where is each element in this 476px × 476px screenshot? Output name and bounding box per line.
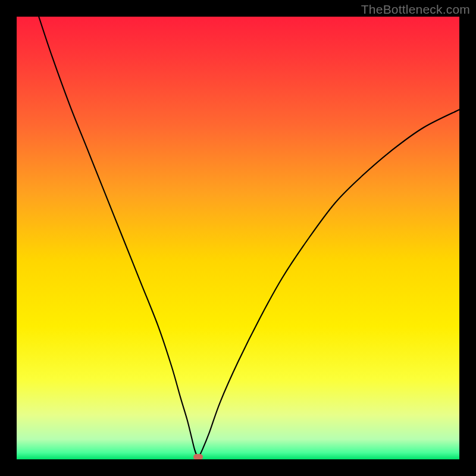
bottleneck-curve [17,17,459,459]
watermark-text: TheBottleneck.com [361,2,470,17]
chart-frame: TheBottleneck.com [0,0,476,476]
optimal-point-marker [193,454,203,459]
plot-area [17,17,459,459]
